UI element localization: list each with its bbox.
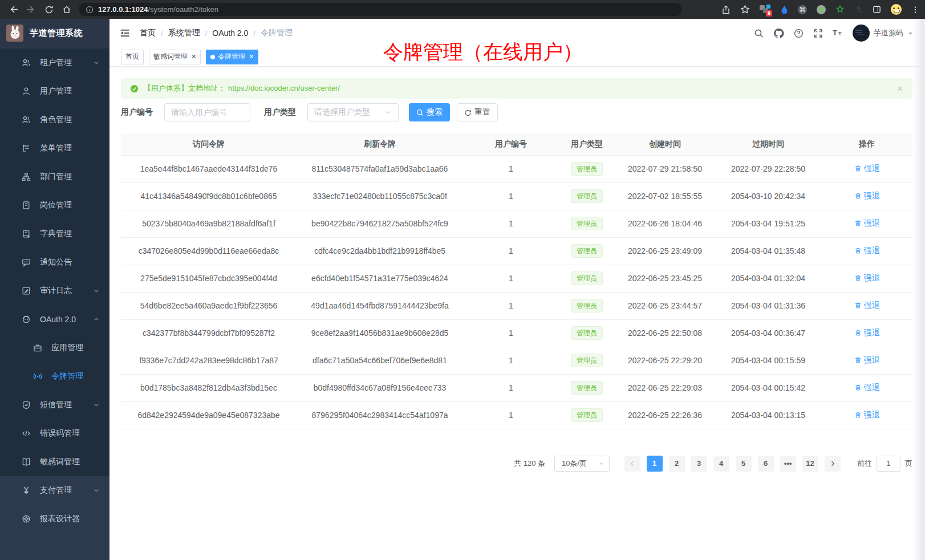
github-icon[interactable] xyxy=(773,28,784,39)
more-pages-button[interactable]: ••• xyxy=(780,456,796,472)
force-logout-button[interactable]: 强退 xyxy=(854,273,880,283)
side-panel-icon[interactable] xyxy=(873,5,881,14)
sidebar-item-dept[interactable]: 部门管理 xyxy=(0,163,109,191)
forward-icon[interactable] xyxy=(23,2,39,17)
user-id-label: 用户编号 xyxy=(121,107,153,117)
sidebar-item-oauth2[interactable]: OAuth 2.0 xyxy=(0,305,109,334)
page-button-1[interactable]: 1 xyxy=(647,456,663,472)
trash-icon xyxy=(854,356,862,364)
force-logout-button[interactable]: 强退 xyxy=(854,301,880,311)
force-logout-button[interactable]: 强退 xyxy=(854,164,880,174)
app-logo[interactable]: 芋道管理系统 xyxy=(0,19,109,47)
sidebar-item-label: 审计日志 xyxy=(40,286,72,296)
trash-icon xyxy=(854,384,862,391)
breadcrumb-item[interactable]: 首页 xyxy=(140,28,156,38)
force-logout-button[interactable]: 强退 xyxy=(854,328,880,338)
sidebar-item-notice[interactable]: 通知公告 xyxy=(0,248,109,277)
user-menu[interactable]: 芋道源码 xyxy=(853,25,914,42)
alert-doc-link[interactable]: https://doc.iocoder.cn/user-center/ xyxy=(228,84,340,92)
table-row: 1ea5e44f8bc1467aaede43144f31de76 811c530… xyxy=(121,155,912,182)
sidebar-fold-icon[interactable] xyxy=(120,28,130,38)
table-header-row: 访问令牌刷新令牌用户编号用户类型创建时间过期时间操作 xyxy=(121,133,912,155)
force-logout-button[interactable]: 强退 xyxy=(854,246,880,256)
sidebar-item-report-designer[interactable]: 报表设计器 xyxy=(0,505,109,533)
sidebar-item-post[interactable]: 岗位管理 xyxy=(0,191,109,220)
cell-expires-at: 2054-03-04 01:31:36 xyxy=(715,292,821,319)
page-jump-input[interactable] xyxy=(877,456,900,472)
breadcrumb-item[interactable]: 系统管理 xyxy=(168,28,200,38)
table-row: f9336e7c7dd242a283ee98dc86b17a87 dfa6c71… xyxy=(121,347,912,374)
extension-drop-icon[interactable] xyxy=(781,5,788,14)
tag-sensitive-word[interactable]: 敏感词管理✕ xyxy=(149,50,201,64)
browser-menu-icon[interactable] xyxy=(911,6,919,14)
sidebar-item-menu[interactable]: 菜单管理 xyxy=(0,134,109,163)
extension-badge: 9 xyxy=(766,10,772,17)
tag-close-icon[interactable]: ✕ xyxy=(191,53,196,60)
breadcrumb-item[interactable]: OAuth 2.0 xyxy=(212,29,248,38)
search-icon[interactable] xyxy=(754,29,764,38)
cell-expires-at: 2054-03-04 01:32:04 xyxy=(715,265,821,292)
alert-close-icon[interactable]: ✕ xyxy=(897,84,903,93)
sidebar-item-audit-log[interactable]: 审计日志 xyxy=(0,277,109,305)
sidebar-item-error-code[interactable]: 错误码管理 xyxy=(0,419,109,448)
page-button-3[interactable]: 3 xyxy=(691,456,707,472)
help-icon[interactable] xyxy=(794,29,804,38)
sidebar-item-pay[interactable]: 支付管理 xyxy=(0,476,109,505)
force-logout-button[interactable]: 强退 xyxy=(854,410,880,420)
extension-cmd-icon[interactable] xyxy=(798,5,807,14)
extension-evernote-icon[interactable] xyxy=(835,5,845,14)
user-type-select[interactable]: 请选择用户类型 xyxy=(307,103,399,121)
tag-oauth2-token[interactable]: 令牌管理✕ xyxy=(206,50,258,64)
site-info-icon[interactable] xyxy=(86,6,94,14)
sidebar-item-tenant[interactable]: 租户管理 xyxy=(0,48,109,77)
force-logout-button[interactable]: 强退 xyxy=(854,218,880,229)
extension-pin-icon[interactable] xyxy=(854,5,863,14)
reset-button[interactable]: 重置 xyxy=(457,103,498,121)
share-icon[interactable] xyxy=(721,5,731,14)
sidebar-item-dict[interactable]: 字典管理 xyxy=(0,220,109,248)
cell-refresh-token: 49d1aa46d1454fbd87591444423be9fa xyxy=(297,292,463,319)
user-id-input[interactable] xyxy=(164,103,250,121)
force-logout-button[interactable]: 强退 xyxy=(854,191,880,201)
org-chart-icon xyxy=(22,172,31,181)
sidebar-item-sms[interactable]: 短信管理 xyxy=(0,391,109,419)
cell-expires-at: 2054-03-04 00:13:15 xyxy=(715,401,821,429)
prev-page-button[interactable] xyxy=(624,456,640,472)
trash-icon xyxy=(854,247,862,254)
reload-icon[interactable] xyxy=(41,2,56,17)
bookmark-star-icon[interactable] xyxy=(740,5,750,14)
user-type-badge: 管理员 xyxy=(571,244,603,258)
tag-close-icon[interactable]: ✕ xyxy=(249,53,254,60)
search-button[interactable]: 搜索 xyxy=(409,103,450,121)
sidebar-item-role[interactable]: 角色管理 xyxy=(0,105,109,134)
page-button-6[interactable]: 6 xyxy=(758,456,774,472)
url-bar[interactable]: 127.0.0.1:1024/system/oauth2/token xyxy=(79,3,682,16)
sidebar-item-sensitive-word[interactable]: 敏感词管理 xyxy=(0,448,109,476)
profile-avatar-icon[interactable] xyxy=(891,4,902,15)
home-icon[interactable] xyxy=(59,2,74,17)
next-page-button[interactable] xyxy=(825,456,841,472)
page-size-select[interactable]: 10条/页 xyxy=(554,456,610,472)
annotation-overlay-text: 令牌管理（在线用户） xyxy=(383,39,583,66)
sidebar-item-oauth2-app[interactable]: 应用管理 xyxy=(0,334,109,362)
extension-1password-icon[interactable]: 9 xyxy=(760,5,771,15)
tag-home[interactable]: 首页 xyxy=(121,50,144,64)
extension-green-dot-icon[interactable] xyxy=(817,5,826,14)
page-button-2[interactable]: 2 xyxy=(669,456,685,472)
page-button-5[interactable]: 5 xyxy=(736,456,752,472)
menu-tree-icon xyxy=(22,144,31,153)
cell-user-id: 1 xyxy=(463,237,559,265)
fullscreen-icon[interactable] xyxy=(813,29,823,38)
page-button-12[interactable]: 12 xyxy=(802,456,818,472)
font-size-icon[interactable]: TT xyxy=(833,28,843,38)
table-row: 502375b8040a469a9b82188afdf6af1f be90422… xyxy=(121,210,912,237)
column-header: 刷新令牌 xyxy=(297,133,463,155)
force-logout-button[interactable]: 强退 xyxy=(854,355,880,366)
sidebar-item-label: 通知公告 xyxy=(40,257,72,267)
back-icon[interactable] xyxy=(6,2,21,17)
page-button-4[interactable]: 4 xyxy=(713,456,729,472)
cell-access-token: 6d842e2924594de9a09e45e087323abe xyxy=(121,401,297,429)
sidebar-item-oauth2-token[interactable]: 令牌管理 xyxy=(0,362,109,391)
force-logout-button[interactable]: 强退 xyxy=(854,383,880,393)
sidebar-item-user[interactable]: 用户管理 xyxy=(0,77,109,105)
